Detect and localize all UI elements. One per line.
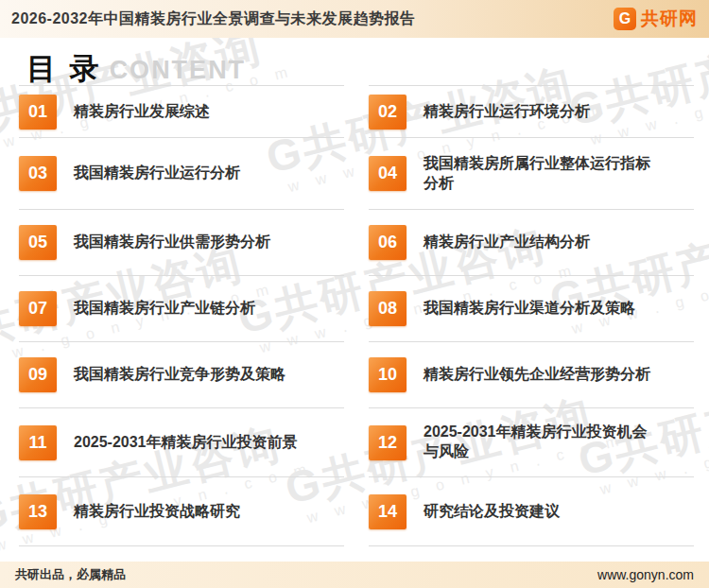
toc-number-badge: 07	[19, 291, 57, 326]
toc-number-badge: 02	[369, 95, 406, 130]
toc-item-12: 122025-2031年精装房行业投资机会与风险	[369, 408, 694, 477]
toc-number-badge: 08	[369, 291, 406, 326]
toc-item-label: 我国精装房行业产业链分析	[74, 299, 255, 319]
toc-number-badge: 03	[19, 156, 57, 191]
toc-item-05: 05我国精装房行业供需形势分析	[19, 210, 344, 276]
site-logo[interactable]: G 共研网	[614, 7, 698, 31]
toc-item-06: 06精装房行业产业结构分析	[369, 210, 694, 276]
toc-item-14: 14研究结论及投资建议	[369, 477, 694, 546]
toc-item-label: 我国精装房行业竞争形势及策略	[74, 365, 285, 385]
toc-item-label: 我国精装房行业供需形势分析	[74, 233, 270, 252]
toc-item-label: 精装房行业发展综述	[74, 102, 210, 122]
toc-item-03: 03我国精装房行业运行分析	[19, 138, 344, 210]
toc-item-08: 08我国精装房行业渠道分析及策略	[369, 276, 694, 342]
toc-item-02: 02精装房行业运行环境分析	[369, 85, 694, 138]
toc-item-label: 精装房行业领先企业经营形势分析	[424, 365, 650, 385]
toc-number-badge: 13	[19, 494, 57, 529]
toc-item-10: 10精装房行业领先企业经营形势分析	[369, 342, 694, 408]
toc-item-label: 精装房行业投资战略研究	[74, 502, 240, 522]
toc-item-11: 112025-2031年精装房行业投资前景	[19, 408, 344, 477]
toc-item-label: 我国精装房行业渠道分析及策略	[424, 299, 635, 319]
toc-item-label: 2025-2031年精装房行业投资前景	[74, 433, 298, 453]
toc-number-badge: 12	[369, 425, 406, 460]
toc-item-09: 09我国精装房行业竞争形势及策略	[19, 342, 344, 408]
toc-number-badge: 06	[369, 225, 406, 260]
footer-slogan: 共研出品，必属精品	[15, 566, 126, 583]
toc-number-badge: 11	[19, 425, 57, 460]
logo-g-icon: G	[614, 8, 636, 30]
header-bar: 2026-2032年中国精装房行业全景调查与未来发展趋势报告 G 共研网	[0, 0, 709, 38]
toc-item-label: 精装房行业运行环境分析	[424, 102, 590, 122]
toc-item-label: 2025-2031年精装房行业投资机会与风险	[424, 423, 660, 462]
footer-website-url[interactable]: www.gonyn.com	[597, 567, 694, 582]
toc-item-label: 我国精装房行业运行分析	[74, 164, 240, 183]
toc-heading-en: CONTENT	[110, 58, 247, 83]
toc-number-badge: 10	[369, 357, 406, 392]
toc-heading: 目 录 CONTENT	[0, 38, 709, 85]
toc-item-04: 04我国精装房所属行业整体运行指标分析	[369, 138, 694, 210]
toc-grid: 01精装房行业发展综述 02精装房行业运行环境分析 03我国精装房行业运行分析 …	[19, 85, 694, 546]
toc-item-07: 07我国精装房行业产业链分析	[19, 276, 344, 342]
toc-item-label: 我国精装房所属行业整体运行指标分析	[424, 154, 660, 194]
toc-item-label: 精装房行业产业结构分析	[424, 233, 590, 252]
toc-number-badge: 05	[19, 225, 57, 260]
logo-text: 共研网	[641, 7, 698, 31]
toc-number-badge: 01	[19, 95, 57, 130]
toc-item-13: 13精装房行业投资战略研究	[19, 477, 344, 546]
toc-item-01: 01精装房行业发展综述	[19, 85, 344, 138]
toc-heading-zh: 目 录	[26, 54, 102, 83]
report-title: 2026-2032年中国精装房行业全景调查与未来发展趋势报告	[11, 9, 416, 29]
toc-number-badge: 04	[369, 156, 406, 191]
toc-item-label: 研究结论及投资建议	[424, 502, 560, 522]
toc-number-badge: 09	[19, 357, 57, 392]
footer-bar: 共研出品，必属精品 www.gonyn.com	[0, 562, 709, 588]
toc-number-badge: 14	[369, 494, 406, 529]
